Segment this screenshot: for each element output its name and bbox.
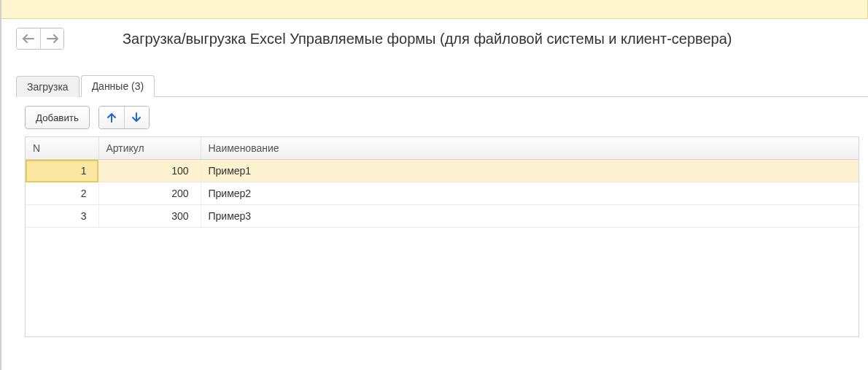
nav-button-group xyxy=(16,28,64,50)
arrow-down-icon xyxy=(132,112,141,123)
cell-n[interactable]: 1 xyxy=(26,160,98,182)
move-down-button[interactable] xyxy=(124,107,149,128)
app-window: Загрузка/выгрузка Excel Управляемые форм… xyxy=(0,0,868,370)
table-row[interactable]: 1 100 Пример1 xyxy=(26,160,859,182)
cell-n[interactable]: 3 xyxy=(26,205,98,228)
table-row[interactable]: 2 200 Пример2 xyxy=(26,182,859,205)
nav-back-button[interactable] xyxy=(17,28,40,49)
tab-bar: Загрузка Данные (3) xyxy=(16,74,868,97)
col-header-name[interactable]: Наименование xyxy=(201,137,859,160)
table-row[interactable]: 3 300 Пример3 xyxy=(26,205,859,228)
table-header-row: N Артикул Наименование xyxy=(26,137,859,160)
arrow-left-icon xyxy=(23,34,34,43)
toolbar: Добавить xyxy=(16,97,868,136)
arrow-right-icon xyxy=(47,34,58,43)
cell-name[interactable]: Пример3 xyxy=(201,205,859,228)
tab-data[interactable]: Данные (3) xyxy=(81,75,155,97)
col-header-n[interactable]: N xyxy=(26,137,98,160)
cell-art[interactable]: 300 xyxy=(98,205,201,228)
header: Загрузка/выгрузка Excel Управляемые форм… xyxy=(1,19,868,53)
page-title: Загрузка/выгрузка Excel Управляемые форм… xyxy=(64,31,853,47)
cell-name[interactable]: Пример2 xyxy=(201,182,859,205)
nav-forward-button[interactable] xyxy=(40,28,63,49)
move-up-button[interactable] xyxy=(99,107,124,128)
cell-art[interactable]: 200 xyxy=(98,182,201,205)
move-button-group xyxy=(98,106,150,129)
cell-n[interactable]: 2 xyxy=(26,182,98,205)
cell-name[interactable]: Пример1 xyxy=(201,160,859,182)
content-area: Загрузка Данные (3) Добавить N Артикул xyxy=(1,53,868,337)
table-empty-area[interactable] xyxy=(25,228,859,337)
data-table: N Артикул Наименование 1 100 Пример1 2 2… xyxy=(25,136,859,228)
notification-bar xyxy=(1,0,868,19)
col-header-art[interactable]: Артикул xyxy=(98,137,201,160)
cell-art[interactable]: 100 xyxy=(98,160,201,182)
arrow-up-icon xyxy=(107,112,116,123)
add-button[interactable]: Добавить xyxy=(25,106,90,129)
tab-load[interactable]: Загрузка xyxy=(16,76,80,97)
